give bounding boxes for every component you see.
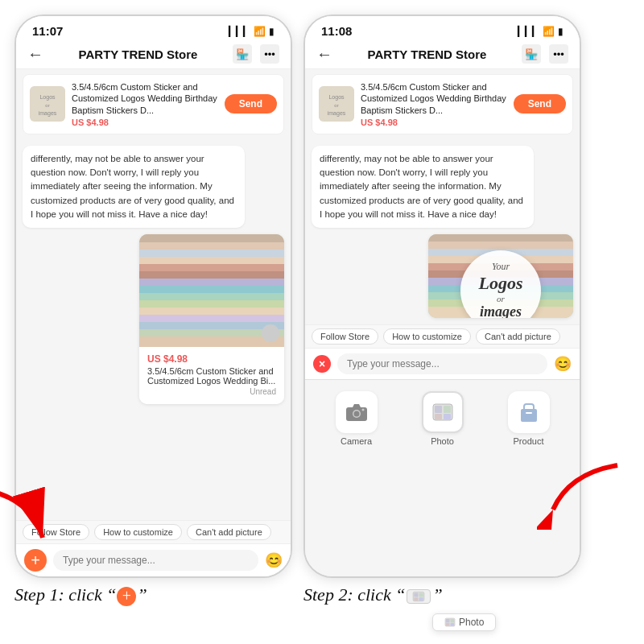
svg-rect-14 bbox=[139, 308, 284, 315]
chat-area-2: differently, may not be able to answer y… bbox=[305, 139, 580, 324]
sticker-avatar-1 bbox=[262, 324, 279, 342]
svg-rect-51 bbox=[419, 597, 423, 601]
sticker-or-2: or bbox=[497, 294, 505, 303]
input-bar-2: × 😊 bbox=[305, 348, 580, 379]
status-time-1: 11:07 bbox=[32, 24, 63, 38]
message-bubble-1: differently, may not be able to answer y… bbox=[23, 146, 245, 228]
svg-rect-49 bbox=[419, 592, 423, 597]
phone-1: 11:07 ▎▎▎ 📶 ▮ ← PARTY TREND Store 🏪 bbox=[14, 14, 292, 578]
status-icons-1: ▎▎▎ 📶 ▮ bbox=[229, 26, 275, 37]
product-info-2: 3.5/4.5/6cm Custom Sticker and Customize… bbox=[361, 81, 507, 127]
message-input-1[interactable] bbox=[53, 550, 258, 571]
status-bar-2: 11:08 ▎▎▎ 📶 ▮ bbox=[305, 16, 580, 41]
photo-icon bbox=[431, 402, 454, 422]
svg-rect-15 bbox=[139, 315, 284, 322]
nav-title-2: PARTY TREND Store bbox=[368, 47, 487, 61]
sticker-logos-2: Logos bbox=[479, 273, 523, 294]
product-title-2: 3.5/4.5/6cm Custom Sticker and Customize… bbox=[361, 81, 507, 116]
svg-rect-7 bbox=[139, 257, 284, 264]
sticker-your-2: Your bbox=[492, 261, 510, 273]
product-card-2: Logos or images 3.5/4.5/6cm Custom Stick… bbox=[312, 74, 573, 134]
photo-tooltip: Photo bbox=[432, 613, 496, 631]
svg-rect-9 bbox=[139, 271, 284, 279]
send-button-2[interactable]: Send bbox=[514, 94, 566, 114]
camera-media-item[interactable]: Camera bbox=[336, 391, 378, 446]
svg-rect-48 bbox=[415, 592, 419, 597]
nav-title-1: PARTY TREND Store bbox=[79, 47, 198, 61]
phone-2: 11:08 ▎▎▎ 📶 ▮ ← PARTY TREND Store 🏪 bbox=[303, 14, 581, 578]
svg-rect-8 bbox=[139, 264, 284, 271]
svg-rect-56 bbox=[451, 623, 455, 626]
photo-label: Photo bbox=[431, 436, 454, 446]
product-media-item[interactable]: Product bbox=[508, 391, 550, 446]
product-thumb-2: Logos or images bbox=[319, 86, 354, 122]
nav-icons-2: 🏪 ••• bbox=[522, 44, 568, 64]
product-icon-box[interactable] bbox=[508, 391, 550, 433]
step2-label: Step 2: click “ ” bbox=[303, 584, 581, 605]
svg-rect-45 bbox=[526, 412, 532, 414]
svg-rect-12 bbox=[139, 293, 284, 300]
product-thumb-1: Logos or images bbox=[30, 86, 65, 122]
quick-tabs-2: Follow Store How to customize Can't add … bbox=[305, 324, 580, 348]
sticker-image-2: Your Logos or images bbox=[428, 234, 573, 318]
nav-icons-1: 🏪 ••• bbox=[233, 44, 279, 64]
svg-rect-41 bbox=[444, 406, 451, 413]
send-button-1[interactable]: Send bbox=[225, 94, 277, 114]
cant-add-picture-tab-1[interactable]: Can't add picture bbox=[187, 524, 271, 540]
photo-icon-box[interactable] bbox=[422, 391, 464, 433]
message-input-2[interactable] bbox=[337, 353, 547, 374]
more-icon-1[interactable]: ••• bbox=[260, 44, 279, 64]
sticker-images-2: images bbox=[480, 303, 522, 318]
emoji-button-1[interactable]: 😊 bbox=[265, 551, 283, 569]
camera-icon bbox=[345, 402, 368, 422]
product-info-card-1: US $4.98 3.5/4.5/6cm Custom Sticker and … bbox=[139, 347, 284, 404]
svg-rect-53 bbox=[446, 619, 450, 623]
close-button-2[interactable]: × bbox=[313, 355, 331, 373]
status-time-2: 11:08 bbox=[321, 24, 352, 38]
svg-rect-5 bbox=[139, 242, 284, 250]
svg-text:Logos: Logos bbox=[328, 94, 345, 101]
sticker-card-2: Your Logos or images bbox=[428, 234, 573, 318]
emoji-button-2[interactable]: 😊 bbox=[554, 355, 572, 373]
svg-rect-13 bbox=[139, 300, 284, 308]
sticker-card-1: Your Logos or images US $4.98 3.5/4.5/6c… bbox=[139, 234, 284, 404]
nav-bar-1: ← PARTY TREND Store 🏪 ••• bbox=[16, 41, 291, 69]
svg-rect-44 bbox=[521, 409, 537, 422]
chat-area-1: differently, may not be able to answer y… bbox=[16, 139, 291, 520]
svg-text:images: images bbox=[39, 110, 57, 117]
camera-label: Camera bbox=[341, 436, 372, 446]
back-button-2[interactable]: ← bbox=[316, 45, 332, 64]
product-price-1: US $4.98 bbox=[72, 118, 218, 127]
svg-rect-42 bbox=[435, 414, 442, 419]
store-icon-2[interactable]: 🏪 bbox=[522, 44, 541, 64]
media-toolbar-2: Camera bbox=[305, 379, 580, 452]
cant-add-picture-tab-2[interactable]: Can't add picture bbox=[476, 328, 560, 345]
svg-rect-50 bbox=[415, 597, 419, 601]
how-to-customize-tab-2[interactable]: How to customize bbox=[383, 328, 471, 345]
photo-media-item[interactable]: Photo bbox=[422, 391, 464, 446]
unread-label-1: Unread bbox=[147, 386, 276, 398]
svg-rect-54 bbox=[451, 619, 455, 623]
follow-store-tab-2[interactable]: Follow Store bbox=[312, 328, 378, 345]
how-to-customize-tab-1[interactable]: How to customize bbox=[94, 524, 182, 540]
store-icon-1[interactable]: 🏪 bbox=[233, 44, 252, 64]
battery-icon-1: ▮ bbox=[269, 26, 275, 37]
pic-title-1: 3.5/4.5/6cm Custom Sticker and Customize… bbox=[147, 366, 276, 386]
x-icon-2: × bbox=[319, 357, 325, 370]
product-price-2: US $4.98 bbox=[361, 118, 507, 127]
sticker-image-1: Your Logos or images bbox=[139, 234, 284, 347]
svg-point-38 bbox=[361, 408, 364, 411]
back-button-1[interactable]: ← bbox=[27, 45, 43, 64]
more-icon-2[interactable]: ••• bbox=[549, 44, 568, 64]
svg-rect-43 bbox=[444, 414, 451, 419]
product-label: Product bbox=[514, 436, 544, 446]
product-info-1: 3.5/4.5/6cm Custom Sticker and Customize… bbox=[72, 81, 218, 127]
signal-icon-1: ▎▎▎ bbox=[229, 26, 250, 37]
red-arrow-2 bbox=[537, 457, 625, 530]
svg-rect-25 bbox=[428, 242, 573, 249]
svg-rect-6 bbox=[139, 250, 284, 257]
photo-tooltip-text: Photo bbox=[459, 617, 484, 628]
step1-label: Step 1: click “+” bbox=[14, 584, 292, 606]
product-icon bbox=[518, 401, 540, 423]
camera-icon-box[interactable] bbox=[336, 391, 378, 433]
